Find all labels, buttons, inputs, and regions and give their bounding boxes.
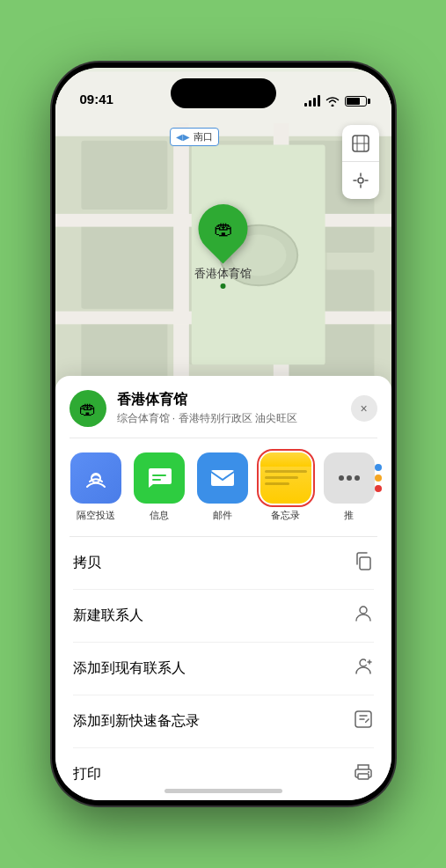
status-icons xyxy=(304,96,367,108)
more-dots-decoration xyxy=(375,464,382,492)
copy-icon xyxy=(353,550,374,576)
share-notes[interactable]: 备忘录 xyxy=(254,452,318,522)
share-mail[interactable]: 邮件 xyxy=(191,452,254,522)
pin-icon: 🏟 xyxy=(188,194,258,263)
location-pin: 🏟 香港体育馆 xyxy=(194,204,252,282)
action-copy-label: 拷贝 xyxy=(73,554,101,572)
home-indicator xyxy=(165,789,282,793)
close-button[interactable]: × xyxy=(351,395,377,422)
svg-point-20 xyxy=(339,475,344,481)
svg-point-21 xyxy=(347,475,352,481)
svg-rect-23 xyxy=(360,557,370,570)
svg-rect-19 xyxy=(211,470,234,486)
notes-label: 备忘录 xyxy=(271,509,300,522)
more-icon xyxy=(324,452,375,504)
status-time: 09:41 xyxy=(80,92,113,108)
notes-icon xyxy=(260,452,311,504)
venue-info: 香港体育馆 综合体育馆 · 香港特别行政区 油尖旺区 xyxy=(117,391,340,426)
action-add-existing[interactable]: 添加到现有联系人 xyxy=(55,643,391,695)
phone-frame: 09:41 xyxy=(52,63,395,805)
mail-label: 邮件 xyxy=(213,509,232,522)
phone-screen: 09:41 xyxy=(55,68,391,800)
new-contact-icon xyxy=(353,603,374,629)
add-notes-icon xyxy=(353,709,374,734)
bottom-sheet: 🏟 香港体育馆 综合体育馆 · 香港特别行政区 油尖旺区 × xyxy=(55,376,391,800)
map-view-toggle[interactable] xyxy=(342,125,379,162)
venue-icon: 🏟 xyxy=(69,390,106,427)
add-existing-icon xyxy=(353,656,374,681)
mail-icon xyxy=(197,452,248,504)
action-list: 拷贝 新建联系人 xyxy=(55,537,391,800)
action-add-notes-label: 添加到新快速备忘录 xyxy=(73,712,200,731)
svg-rect-29 xyxy=(358,774,369,779)
action-print-label: 打印 xyxy=(73,765,101,783)
action-add-notes[interactable]: 添加到新快速备忘录 xyxy=(55,695,391,747)
svg-point-24 xyxy=(360,607,367,614)
share-more[interactable]: 推 xyxy=(318,452,381,522)
action-add-existing-label: 添加到现有联系人 xyxy=(73,659,186,678)
share-messages[interactable]: 信息 xyxy=(128,452,191,522)
share-row: 隔空投送 信息 xyxy=(55,438,391,536)
map-controls[interactable] xyxy=(342,125,379,199)
print-icon xyxy=(353,761,374,787)
action-copy[interactable]: 拷贝 xyxy=(55,537,391,589)
share-airdrop[interactable]: 隔空投送 xyxy=(64,452,128,522)
svg-rect-3 xyxy=(81,223,185,309)
location-button[interactable] xyxy=(342,162,379,199)
svg-point-22 xyxy=(355,475,360,481)
pin-label: 香港体育馆 xyxy=(194,266,252,282)
battery-icon xyxy=(345,96,367,107)
venue-subtitle: 综合体育馆 · 香港特别行政区 油尖旺区 xyxy=(117,411,340,426)
messages-icon xyxy=(134,452,185,504)
svg-point-17 xyxy=(358,178,363,183)
messages-label: 信息 xyxy=(150,509,169,522)
svg-rect-2 xyxy=(81,141,167,210)
more-label: 推 xyxy=(344,509,354,522)
action-new-contact-label: 新建联系人 xyxy=(73,607,143,625)
wifi-icon xyxy=(325,96,340,107)
venue-name: 香港体育馆 xyxy=(117,391,340,409)
airdrop-label: 隔空投送 xyxy=(77,509,115,522)
action-new-contact[interactable]: 新建联系人 xyxy=(55,590,391,642)
pin-dot xyxy=(221,283,226,289)
map-location-label: ◀▶ 南口 xyxy=(170,128,219,146)
svg-point-30 xyxy=(368,771,369,773)
airdrop-icon xyxy=(70,452,121,504)
sheet-header: 🏟 香港体育馆 综合体育馆 · 香港特别行政区 油尖旺区 × xyxy=(55,376,391,438)
signal-bars-icon xyxy=(304,96,320,107)
dynamic-island xyxy=(171,78,276,108)
